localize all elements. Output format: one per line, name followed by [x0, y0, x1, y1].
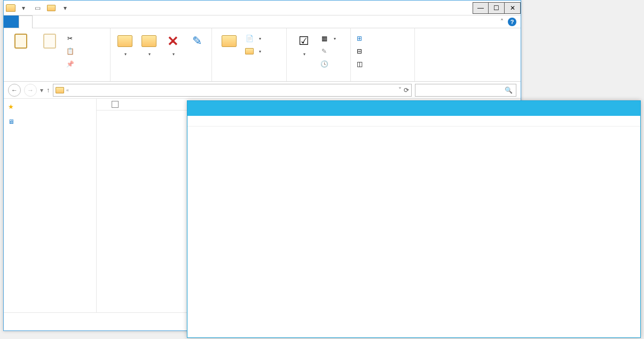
tab-share[interactable]	[33, 15, 45, 28]
help-icon[interactable]: ?	[508, 18, 516, 26]
back-button[interactable]: ←	[8, 84, 21, 97]
refresh-button[interactable]: ⟳	[404, 86, 409, 94]
newitem-button[interactable]: 📄▾	[245, 33, 261, 44]
forward-button[interactable]: →	[24, 84, 37, 97]
edit-button[interactable]: ✎	[320, 45, 336, 57]
copyto-button[interactable]: ▾	[139, 30, 160, 57]
maximize-button[interactable]: ☐	[489, 2, 505, 14]
nav-favorites[interactable]: ★	[6, 102, 94, 112]
cut-button[interactable]: ✂	[66, 33, 76, 44]
ribbon-collapse-icon[interactable]: ˄	[500, 18, 504, 26]
folder-icon	[6, 4, 15, 12]
moveto-button[interactable]: ▾	[115, 30, 136, 57]
copypath-button[interactable]: 📋	[66, 45, 76, 57]
pasteshortcut-button[interactable]: 📌	[66, 58, 76, 70]
qt-folder[interactable]	[45, 2, 57, 14]
minimize-button[interactable]: —	[473, 2, 489, 14]
notepad-body[interactable]	[187, 127, 640, 337]
ribbon-tabs: ˄ ?	[4, 15, 521, 28]
nav-thispc[interactable]: 🖥	[6, 117, 94, 127]
qt-sep: ▾	[59, 2, 71, 14]
notepad-title	[187, 101, 640, 116]
search-input[interactable]: 🔍	[415, 84, 516, 97]
up-button[interactable]: ↑	[46, 86, 50, 94]
delete-button[interactable]: ✕▾	[163, 30, 184, 57]
address-bar[interactable]: « ˅ ⟳	[53, 84, 412, 97]
properties-button[interactable]: ☑▾	[291, 30, 317, 57]
paste-button[interactable]	[37, 30, 62, 51]
tab-view[interactable]	[45, 15, 58, 28]
invert-button[interactable]: ◫	[355, 58, 366, 70]
qt-doc[interactable]: ▭	[32, 2, 43, 14]
notepad-menu	[187, 116, 640, 127]
ribbon: ✂ 📋 📌 ▾ ▾ ✕▾ ✎ 📄▾ ▾	[4, 28, 521, 82]
tab-file[interactable]	[4, 15, 19, 28]
easyaccess-button[interactable]: ▾	[245, 45, 261, 57]
address-row: ← → ▾ ↑ « ˅ ⟳ 🔍	[4, 82, 521, 99]
search-icon: 🔍	[505, 86, 513, 94]
open-button[interactable]: ▦▾	[320, 33, 336, 44]
newfolder-button[interactable]	[216, 30, 242, 51]
nav-pane: ★ 🖥	[4, 99, 97, 312]
recent-locations[interactable]: ▾	[40, 86, 43, 94]
titlebar: ▾ ▭ ▾ — ☐ ✕	[4, 1, 521, 15]
qt-btn[interactable]: ▾	[18, 2, 29, 14]
copy-button[interactable]	[8, 30, 34, 51]
folder-icon	[56, 87, 64, 93]
addr-dropdown[interactable]: ˅	[398, 86, 402, 94]
tab-home[interactable]	[19, 15, 33, 28]
rename-button[interactable]: ✎	[186, 30, 207, 51]
history-button[interactable]: 🕓	[320, 58, 336, 70]
selectall-button[interactable]: ⊞	[355, 33, 366, 44]
selectnone-button[interactable]: ⊟	[355, 45, 366, 57]
notepad-window	[187, 100, 641, 338]
close-button[interactable]: ✕	[505, 2, 521, 14]
